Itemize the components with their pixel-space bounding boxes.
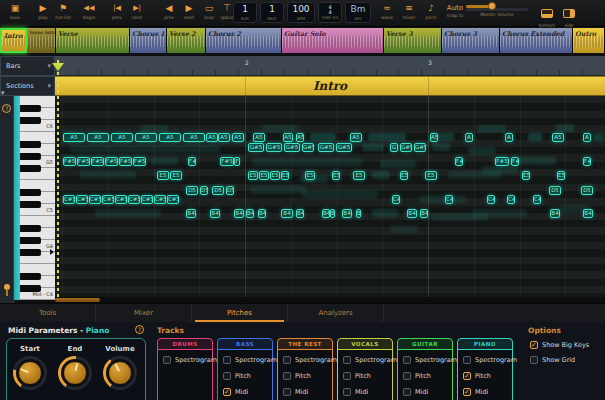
toolbar-button-next-marker[interactable]: ▶next: [178, 3, 200, 20]
piano-black-key[interactable]: [20, 249, 41, 256]
midi-note[interactable]: E5: [281, 171, 289, 180]
toolbar-button-mixer[interactable]: ≡mixer: [398, 3, 420, 20]
section-block-intro[interactable]: Intro: [0, 28, 27, 53]
midi-note[interactable]: C#5: [141, 195, 153, 204]
piano-black-key[interactable]: [20, 189, 41, 196]
midi-note[interactable]: B4: [550, 209, 560, 218]
bars-ruler[interactable]: 23: [55, 56, 605, 76]
playhead-marker[interactable]: [52, 63, 64, 71]
knob-volume[interactable]: Volume: [98, 345, 142, 394]
checkbox-show-big-keys[interactable]: [530, 341, 538, 349]
midi-note[interactable]: C#5: [63, 195, 75, 204]
midi-note[interactable]: A5: [206, 133, 218, 142]
midi-note[interactable]: A5: [283, 133, 293, 142]
midi-note[interactable]: C#5: [507, 195, 515, 204]
piano-black-key[interactable]: [20, 117, 41, 124]
section-block-verse[interactable]: Verse: [56, 28, 130, 53]
midi-note[interactable]: C#5: [89, 195, 101, 204]
volume-knob[interactable]: [488, 2, 496, 10]
midi-note[interactable]: G: [390, 143, 398, 152]
midi-note[interactable]: E5: [248, 171, 258, 180]
volume-track[interactable]: [466, 8, 528, 11]
playhead-line[interactable]: [57, 60, 59, 298]
midi-note[interactable]: B4: [186, 209, 196, 218]
midi-note[interactable]: B4: [342, 209, 352, 218]
piano-black-key[interactable]: [20, 201, 41, 208]
midi-note[interactable]: E5: [305, 171, 315, 180]
piano-black-key[interactable]: [20, 153, 41, 160]
piano-black-key[interactable]: [20, 273, 41, 280]
midi-note[interactable]: D5: [226, 186, 234, 195]
midi-note[interactable]: B4: [583, 209, 593, 218]
toolbar-button-bottom[interactable]: bottom: [536, 3, 558, 28]
midi-note[interactable]: F#: [455, 157, 463, 166]
midi-note[interactable]: E5: [425, 171, 437, 180]
midi-note[interactable]: D5: [200, 186, 208, 195]
midi-note[interactable]: B4: [296, 209, 304, 218]
scrollbar-thumb[interactable]: [55, 298, 100, 302]
tab-tools[interactable]: Tools: [0, 304, 96, 323]
midi-note[interactable]: E5: [353, 171, 365, 180]
checkbox-midi[interactable]: [463, 388, 471, 396]
toolbar-button-side[interactable]: side: [558, 3, 580, 28]
checkbox-pitch[interactable]: [403, 372, 411, 380]
midi-note[interactable]: E5: [332, 171, 340, 180]
midi-note[interactable]: B4: [246, 209, 254, 218]
midi-note[interactable]: D5: [549, 186, 561, 195]
midi-note[interactable]: C#5: [487, 195, 495, 204]
snap-value[interactable]: Auto: [442, 4, 468, 12]
section-block-chorus-3[interactable]: Chorus 3: [442, 28, 500, 53]
midi-note[interactable]: A5: [63, 133, 85, 142]
snap-to-control[interactable]: Auto snap to: [442, 4, 468, 18]
midi-note[interactable]: B4: [281, 209, 293, 218]
midi-note[interactable]: B4: [420, 209, 428, 218]
tab-pitches[interactable]: Pitches: [192, 304, 288, 323]
midi-note[interactable]: B4: [234, 209, 244, 218]
midi-note[interactable]: G#5: [414, 143, 426, 152]
midi-note[interactable]: C#5: [533, 195, 541, 204]
midi-note[interactable]: B4: [330, 209, 335, 218]
checkbox-midi[interactable]: [223, 388, 231, 396]
midi-note[interactable]: A5: [87, 133, 109, 142]
midi-note[interactable]: C#5: [128, 195, 140, 204]
midi-note[interactable]: G#5: [318, 143, 334, 152]
checkbox-show-grid[interactable]: [530, 356, 538, 364]
checkbox-spectrogram[interactable]: [223, 356, 231, 364]
checkbox-pitch[interactable]: [223, 372, 231, 380]
active-section-bar[interactable]: Intro: [55, 76, 605, 96]
section-block-guitar-solo[interactable]: Guitar Solo: [282, 28, 384, 53]
bars-dropdown[interactable]: Bars ▾: [0, 56, 55, 76]
midi-note[interactable]: E5: [522, 171, 530, 180]
toolbar-button-hot-list[interactable]: ⚑hot list: [52, 3, 74, 20]
midi-note[interactable]: G#5: [400, 143, 412, 152]
toolbar-button-save[interactable]: ▣save: [4, 3, 26, 20]
checkbox-midi[interactable]: [403, 388, 411, 396]
master-volume-slider[interactable]: Master Volume: [466, 5, 528, 17]
midi-note[interactable]: G#5: [336, 143, 352, 152]
midi-note[interactable]: F: [234, 157, 240, 166]
midi-note[interactable]: F#5: [119, 157, 132, 166]
midi-note[interactable]: D5: [186, 186, 198, 195]
midi-note[interactable]: F#5: [91, 157, 104, 166]
midi-note[interactable]: A5: [159, 133, 181, 142]
midi-note[interactable]: A5: [135, 133, 157, 142]
piano-black-key[interactable]: [20, 105, 41, 112]
midi-note[interactable]: C#5: [154, 195, 166, 204]
midi-note[interactable]: A5: [430, 133, 438, 142]
midi-note[interactable]: F#5: [77, 157, 90, 166]
piano-black-key[interactable]: [20, 225, 41, 232]
midi-note[interactable]: F#: [583, 157, 591, 166]
knob-dial[interactable]: [63, 361, 87, 385]
piano-black-key[interactable]: [20, 237, 41, 244]
toolbar-button-begin[interactable]: ◀◀begin: [78, 3, 100, 20]
toolbar-button-prev-marker[interactable]: ◀prev: [158, 3, 180, 20]
midi-note[interactable]: C#5: [76, 195, 88, 204]
midi-note[interactable]: A: [583, 133, 591, 142]
toolbar-button-pitch[interactable]: ♪pitch: [420, 3, 442, 20]
midi-note[interactable]: B4: [258, 209, 266, 218]
midi-note[interactable]: E5: [157, 171, 169, 180]
midi-note[interactable]: A5: [552, 133, 564, 142]
checkbox-spectrogram[interactable]: [343, 356, 351, 364]
toolbar-button-prev-bar[interactable]: |◀prev: [106, 3, 128, 20]
checkbox-pitch[interactable]: [343, 372, 351, 380]
